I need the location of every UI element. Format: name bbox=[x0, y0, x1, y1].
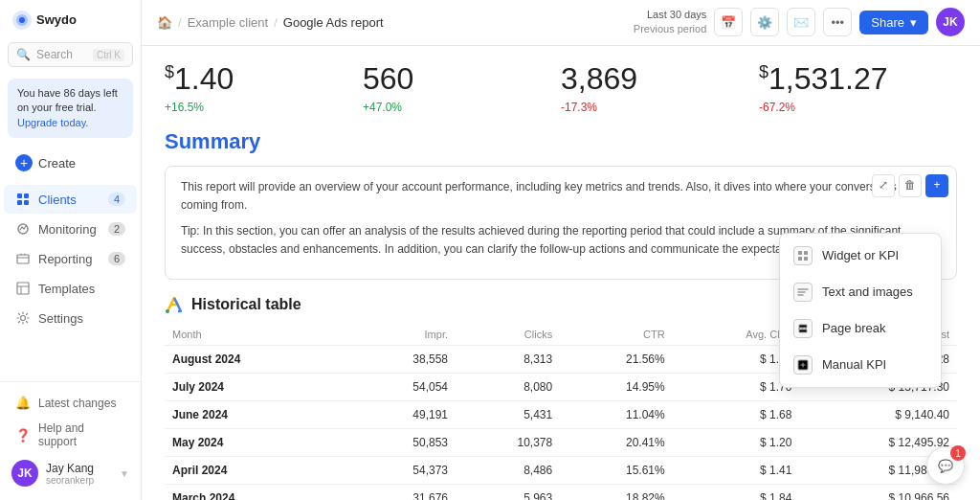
templates-icon bbox=[15, 281, 31, 296]
sidebar-item-reporting[interactable]: Reporting 6 bbox=[4, 244, 137, 273]
svg-rect-7 bbox=[24, 200, 29, 205]
svg-rect-12 bbox=[798, 251, 802, 255]
logo: Swydo bbox=[11, 10, 129, 31]
svg-rect-4 bbox=[17, 193, 22, 198]
gear-icon: ⚙️ bbox=[757, 15, 772, 30]
share-button[interactable]: Share ▾ bbox=[859, 11, 928, 34]
cell-avg_cpc-2: $ 1.68 bbox=[673, 400, 800, 428]
help-icon: ❓ bbox=[15, 428, 31, 443]
metric-cost: $1,531.27 -67.2% bbox=[759, 61, 957, 114]
clients-badge: 4 bbox=[108, 193, 125, 206]
cell-month-2: June 2024 bbox=[165, 400, 338, 428]
cell-cost-2: $ 9,140.40 bbox=[799, 400, 957, 428]
menu-item-page-break[interactable]: Page break bbox=[780, 310, 941, 347]
add-block-button[interactable]: + bbox=[925, 174, 948, 197]
summary-title: Summary bbox=[142, 122, 980, 166]
sidebar-item-settings[interactable]: Settings bbox=[4, 304, 137, 332]
chat-badge: 1 bbox=[950, 445, 966, 461]
breadcrumb: 🏠 / Example client / Google Ads report bbox=[157, 15, 384, 30]
cell-ctr-3: 20.41% bbox=[560, 428, 672, 456]
email-button[interactable]: ✉️ bbox=[787, 8, 815, 36]
svg-text:Swydo: Swydo bbox=[36, 12, 77, 27]
svg-point-8 bbox=[18, 224, 28, 234]
metric-clicks: 560 +47.0% bbox=[363, 61, 561, 114]
user-sub: seorankerp bbox=[46, 475, 112, 486]
svg-rect-6 bbox=[17, 200, 22, 205]
manual-kpi-icon bbox=[793, 355, 813, 375]
menu-item-widget-kpi[interactable]: Widget or KPI bbox=[780, 238, 941, 274]
delete-button[interactable]: 🗑 bbox=[899, 174, 922, 197]
cell-impr-0: 38,558 bbox=[338, 345, 456, 373]
create-button[interactable]: + Create bbox=[8, 149, 133, 176]
settings-button[interactable]: ⚙️ bbox=[750, 8, 779, 36]
breadcrumb-client[interactable]: Example client bbox=[188, 15, 269, 30]
sidebar-item-monitoring[interactable]: Monitoring 2 bbox=[4, 215, 137, 243]
clients-icon bbox=[15, 192, 31, 207]
search-icon: 🔍 bbox=[16, 48, 31, 61]
svg-rect-9 bbox=[17, 255, 29, 263]
reporting-badge: 6 bbox=[108, 252, 125, 265]
cell-ctr-2: 11.04% bbox=[560, 400, 672, 428]
topbar-actions: Last 30 days Previous period 📅 ⚙️ ✉️ •••… bbox=[634, 8, 965, 37]
google-ads-icon bbox=[165, 295, 184, 314]
chevron-down-icon: ▾ bbox=[910, 15, 917, 30]
upgrade-link[interactable]: Upgrade today. bbox=[17, 117, 88, 128]
monitoring-badge: 2 bbox=[108, 222, 125, 236]
metric-impressions: 3,869 -17.3% bbox=[561, 61, 759, 114]
chat-icon: 💬 bbox=[938, 459, 953, 473]
cell-impr-3: 50,853 bbox=[338, 428, 456, 456]
widget-kpi-icon bbox=[793, 246, 813, 265]
home-icon: 🏠 bbox=[157, 15, 172, 30]
table-row: May 202450,85310,37820.41%$ 1.20$ 12,495… bbox=[165, 428, 957, 456]
metrics-row: $1.40 +16.5% 560 +47.0% 3,869 -17.3% $1,… bbox=[142, 46, 980, 122]
breadcrumb-current: Google Ads report bbox=[283, 15, 384, 30]
cell-impr-2: 49,191 bbox=[338, 400, 456, 428]
svg-rect-13 bbox=[804, 251, 808, 255]
cell-month-3: May 2024 bbox=[165, 428, 338, 456]
topbar: 🏠 / Example client / Google Ads report L… bbox=[142, 0, 980, 46]
svg-point-11 bbox=[21, 316, 26, 321]
content-area: $1.40 +16.5% 560 +47.0% 3,869 -17.3% $1,… bbox=[142, 46, 980, 500]
calendar-icon: 📅 bbox=[721, 15, 736, 30]
cell-ctr-5: 18.82% bbox=[560, 484, 672, 500]
cell-ctr-1: 14.95% bbox=[560, 373, 672, 400]
svg-rect-10 bbox=[17, 283, 29, 294]
cell-clicks-1: 8,080 bbox=[456, 373, 560, 400]
user-avatar: JK bbox=[11, 460, 38, 487]
svg-point-2 bbox=[19, 17, 25, 23]
main-content: 🏠 / Example client / Google Ads report L… bbox=[142, 0, 980, 500]
metric-clicks-value: 560 bbox=[363, 61, 542, 97]
metric-clicks-change: +47.0% bbox=[363, 101, 542, 114]
col-header-month: Month bbox=[165, 324, 338, 346]
cell-cost-5: $ 10,966.56 bbox=[799, 484, 957, 500]
latest-changes-icon: 🔔 bbox=[15, 396, 31, 410]
svg-rect-16 bbox=[799, 325, 807, 328]
create-icon: + bbox=[15, 154, 33, 171]
chat-button[interactable]: 💬 1 bbox=[926, 446, 965, 485]
menu-item-text-images[interactable]: Text and images bbox=[780, 274, 941, 310]
latest-changes-item[interactable]: 🔔 Latest changes bbox=[4, 390, 137, 416]
expand-button[interactable]: ⤢ bbox=[872, 174, 895, 197]
settings-icon bbox=[15, 310, 31, 326]
calendar-button[interactable]: 📅 bbox=[714, 8, 743, 36]
cell-clicks-0: 8,313 bbox=[456, 345, 560, 373]
table-title: Historical table bbox=[191, 296, 301, 313]
more-button[interactable]: ••• bbox=[823, 8, 852, 36]
cell-month-1: July 2024 bbox=[165, 373, 338, 400]
svg-point-19 bbox=[166, 309, 169, 313]
cell-impr-5: 31,676 bbox=[338, 484, 456, 500]
sidebar-item-clients[interactable]: Clients 4 bbox=[4, 185, 137, 214]
user-area[interactable]: JK Jay Kang seorankerp ▼ bbox=[4, 454, 137, 492]
sidebar-item-templates[interactable]: Templates bbox=[4, 274, 137, 303]
user-topbar-avatar[interactable]: JK bbox=[936, 8, 965, 36]
menu-item-manual-kpi[interactable]: Manual KPI bbox=[780, 347, 941, 383]
cell-clicks-5: 5,963 bbox=[456, 484, 560, 500]
more-icon: ••• bbox=[831, 15, 844, 30]
cell-clicks-4: 8,486 bbox=[456, 456, 560, 484]
search-bar[interactable]: 🔍 Search Ctrl K bbox=[8, 42, 133, 67]
context-menu: Widget or KPI Text and images Page break… bbox=[779, 233, 942, 388]
period-info: Last 30 days Previous period bbox=[634, 8, 706, 37]
logo-area: Swydo bbox=[0, 0, 141, 38]
metric-impressions-value: 3,869 bbox=[561, 61, 740, 97]
help-support-item[interactable]: ❓ Help and support bbox=[4, 416, 137, 454]
